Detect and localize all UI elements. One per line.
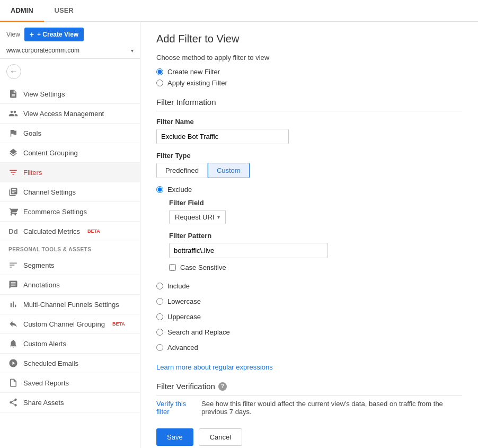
sidebar-item-label: Multi-Channel Funnels Settings	[23, 301, 119, 309]
sidebar-item-channel-settings[interactable]: Channel Settings	[0, 182, 140, 202]
content-area: Add Filter to View Choose method to appl…	[140, 22, 478, 448]
sidebar-item-custom-channel-grouping[interactable]: Custom Channel Grouping BETA	[0, 314, 140, 334]
back-button[interactable]: ←	[6, 64, 21, 79]
dropdown-value: www.corporatecomm.com	[6, 47, 131, 54]
email-icon	[8, 358, 18, 368]
verify-description: See how this filter would affect the cur…	[201, 400, 462, 416]
annotations-icon	[8, 280, 18, 289]
sidebar-item-scheduled-emails[interactable]: Scheduled Emails	[0, 354, 140, 373]
bar-chart-icon	[8, 300, 18, 309]
tab-user[interactable]: USER	[44, 0, 84, 22]
advanced-radio-input[interactable]	[156, 344, 163, 351]
filter-field-dropdown[interactable]: Request URI ▾	[169, 210, 226, 224]
uppercase-label: Uppercase	[167, 313, 201, 321]
create-view-label: + Create View	[37, 31, 78, 38]
sidebar-item-calculated-metrics[interactable]: Dd Calculated Metrics BETA	[0, 222, 140, 241]
filter-type-label: Filter Type	[156, 152, 462, 160]
uppercase-radio-input[interactable]	[156, 313, 163, 320]
advanced-label: Advanced	[167, 344, 198, 352]
lowercase-radio-input[interactable]	[156, 298, 163, 305]
sidebar-item-label: Saved Reports	[23, 379, 69, 387]
segments-icon	[8, 260, 18, 270]
sidebar-item-view-settings[interactable]: View Settings	[0, 84, 140, 104]
radio-apply-existing-label: Apply existing Filter	[167, 79, 227, 87]
filter-pattern-label: Filter Pattern	[169, 232, 462, 240]
radio-include[interactable]: Include	[156, 282, 462, 290]
radio-create-new-input[interactable]	[156, 68, 163, 75]
exclude-radio-row[interactable]: Exclude	[156, 186, 462, 194]
sidebar-item-segments[interactable]: Segments	[0, 256, 140, 275]
filter-pattern-section: Filter Pattern	[169, 232, 462, 258]
sidebar-dropdown[interactable]: www.corporatecomm.com ▾	[0, 45, 140, 59]
sidebar-item-label: Custom Channel Grouping	[23, 320, 105, 328]
filter-info-heading: Filter Information	[156, 98, 462, 111]
help-icon[interactable]: ?	[218, 382, 227, 391]
filter-field-label: Filter Field	[169, 199, 462, 207]
sidebar-item-label: Custom Alerts	[23, 340, 66, 348]
chevron-down-icon: ▾	[131, 48, 134, 54]
view-label: View	[6, 31, 20, 38]
learn-more-link[interactable]: Learn more about regular expressions	[156, 363, 273, 371]
case-sensitive-checkbox[interactable]	[169, 264, 176, 271]
tab-admin[interactable]: ADMIN	[0, 0, 44, 22]
exclude-label: Exclude	[167, 186, 192, 194]
cart-icon	[8, 207, 18, 216]
sidebar-item-ecommerce[interactable]: Ecommerce Settings	[0, 202, 140, 222]
filter-field-section: Filter Field Request URI ▾	[169, 199, 462, 224]
choose-method-subtitle: Choose method to apply filter to view	[156, 54, 462, 62]
sidebar-item-goals[interactable]: Goals	[0, 124, 140, 143]
filter-field-value: Request URI	[175, 213, 214, 221]
sidebar-item-label: Annotations	[23, 281, 60, 289]
sidebar-item-label: Segments	[23, 261, 55, 269]
document-icon	[8, 89, 18, 99]
channel-icon	[8, 187, 18, 197]
exclude-radio-input[interactable]	[156, 186, 163, 193]
custom-filter-section: Exclude Filter Field Request URI ▾ Filte…	[156, 186, 462, 271]
filter-name-input[interactable]	[156, 129, 289, 144]
sidebar-item-annotations[interactable]: Annotations	[0, 275, 140, 295]
chevron-down-icon: ▾	[217, 214, 220, 220]
beta-badge: BETA	[87, 229, 100, 234]
radio-apply-existing[interactable]: Apply existing Filter	[156, 79, 462, 87]
include-label: Include	[167, 282, 190, 290]
sidebar-item-filters[interactable]: Filters	[0, 163, 140, 182]
sidebar-item-multi-channel[interactable]: Multi-Channel Funnels Settings	[0, 295, 140, 314]
radio-lowercase[interactable]: Lowercase	[156, 297, 462, 305]
filter-name-field: Filter Name	[156, 118, 462, 144]
radio-create-new[interactable]: Create new Filter	[156, 68, 462, 76]
sidebar-item-view-access[interactable]: View Access Management	[0, 104, 140, 124]
sidebar-item-content-grouping[interactable]: Content Grouping	[0, 143, 140, 163]
create-view-button[interactable]: + + Create View	[24, 28, 84, 41]
personal-tools-section-title: PERSONAL TOOLS & ASSETS	[0, 241, 140, 256]
sidebar-item-label: Scheduled Emails	[23, 359, 78, 367]
bell-icon	[8, 339, 18, 348]
sidebar-item-label: Ecommerce Settings	[23, 208, 87, 216]
search-replace-radio-input[interactable]	[156, 329, 163, 336]
save-button[interactable]: Save	[156, 428, 193, 446]
include-radio-input[interactable]	[156, 283, 163, 289]
sidebar-item-label: View Access Management	[23, 110, 104, 118]
plus-icon: +	[30, 30, 34, 39]
radio-uppercase[interactable]: Uppercase	[156, 313, 462, 321]
cancel-button[interactable]: Cancel	[199, 428, 242, 446]
sidebar-item-label: Filters	[23, 169, 42, 177]
sidebar-item-custom-alerts[interactable]: Custom Alerts	[0, 334, 140, 354]
case-sensitive-row: Case Sensitive	[169, 263, 462, 271]
custom-button[interactable]: Custom	[208, 163, 250, 178]
verify-filter-link[interactable]: Verify this filter	[156, 400, 196, 416]
sidebar-item-saved-reports[interactable]: Saved Reports	[0, 373, 140, 393]
sidebar: View + + Create View www.corporatecomm.c…	[0, 22, 140, 448]
top-tabs: ADMIN USER	[0, 0, 478, 22]
radio-advanced[interactable]: Advanced	[156, 344, 462, 352]
predefined-button[interactable]: Predefined	[156, 163, 208, 178]
verify-row: Verify this filter See how this filter w…	[156, 400, 462, 416]
sidebar-item-label: View Settings	[23, 90, 65, 98]
beta-badge: BETA	[112, 321, 125, 327]
sidebar-item-share-assets[interactable]: Share Assets	[0, 393, 140, 412]
filter-type-field: Filter Type Predefined Custom	[156, 152, 462, 178]
radio-apply-existing-input[interactable]	[156, 80, 163, 86]
radio-search-replace[interactable]: Search and Replace	[156, 328, 462, 336]
filter-name-label: Filter Name	[156, 118, 462, 126]
filter-pattern-input[interactable]	[169, 243, 328, 258]
flag-icon	[8, 128, 18, 138]
